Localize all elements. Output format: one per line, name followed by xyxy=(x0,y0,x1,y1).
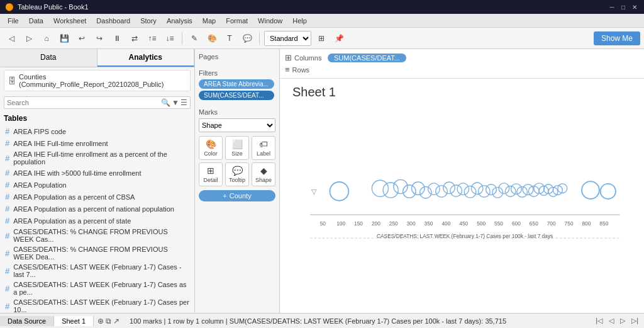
tooltip-btn[interactable]: 💬 xyxy=(240,31,255,46)
svg-point-12 xyxy=(450,185,462,197)
status-field: SUM(CASES/DEATHS: LAST WEEK (February 1-… xyxy=(230,317,506,325)
svg-text:600: 600 xyxy=(512,220,521,227)
menu-story[interactable]: Story xyxy=(135,16,162,26)
duplicate-sheet-icon[interactable]: ⧉ xyxy=(106,317,111,325)
svg-text:250: 250 xyxy=(389,220,398,227)
nav-first-btn[interactable]: |◁ xyxy=(594,317,604,325)
list-icon[interactable]: ☰ xyxy=(180,98,187,107)
data-source-label[interactable]: 🗄 Counties (Community_Profile_Report_202… xyxy=(4,70,191,91)
forward-btn[interactable]: ▷ xyxy=(21,31,36,46)
list-item[interactable]: # AREA Population as a percent of nation… xyxy=(0,203,194,215)
left-panel: Data Analytics 🗄 Counties (Community_Pro… xyxy=(0,49,195,313)
home-btn[interactable]: ⌂ xyxy=(39,31,54,46)
nav-prev-btn[interactable]: ◁ xyxy=(607,317,616,325)
filters-section: Filters AREA State Abbrevia... SUM(CASES… xyxy=(199,69,275,102)
sheet1-tab[interactable]: Sheet 1 xyxy=(54,316,94,326)
standard-dropdown[interactable]: Standard xyxy=(264,31,311,46)
menu-help[interactable]: Help xyxy=(287,16,312,26)
list-item[interactable]: # AREA Population xyxy=(0,179,194,191)
list-item-label: CASES/DEATHS: % CHANGE FROM PREVIOUS WEE… xyxy=(13,228,189,243)
svg-point-13 xyxy=(457,183,469,195)
marks-label-btn[interactable]: 🏷 Label xyxy=(252,136,275,160)
list-item[interactable]: # AREA IHE Full-time enrollment xyxy=(0,137,194,149)
svg-point-20 xyxy=(505,186,516,197)
data-source-name: Counties (Community_Profile_Report_20210… xyxy=(19,73,186,88)
data-source-tab[interactable]: Data Source xyxy=(0,316,54,326)
search-icon[interactable]: 🔍 xyxy=(161,98,170,107)
hash-icon: # xyxy=(5,139,9,148)
undo-btn[interactable]: ↩ xyxy=(74,31,89,46)
list-item-label: AREA IHE with >5000 full-time enrollment xyxy=(13,169,141,177)
county-button[interactable]: + County xyxy=(199,190,275,201)
nav-next-btn[interactable]: ▷ xyxy=(618,317,627,325)
marks-color-btn[interactable]: 🎨 Color xyxy=(199,136,223,160)
fit-btn[interactable]: ⊞ xyxy=(314,31,329,46)
label-btn[interactable]: T xyxy=(222,31,237,46)
list-item[interactable]: # AREA FIPS code xyxy=(0,125,194,137)
pause-btn[interactable]: ⏸ xyxy=(109,31,125,46)
search-bar[interactable]: 🔍 ▼ ☰ xyxy=(4,96,191,109)
marks-tooltip-btn[interactable]: 💬 Tooltip xyxy=(225,162,249,186)
menu-file[interactable]: File xyxy=(3,16,24,26)
menu-format[interactable]: Format xyxy=(221,16,253,26)
viz-area: ⊞ Columns SUM(CASES/DEAT... ≡ Rows Sheet… xyxy=(280,49,644,313)
list-item[interactable]: # CASES/DEATHS: % CHANGE FROM PREVIOUS W… xyxy=(0,227,194,244)
columns-pill[interactable]: SUM(CASES/DEAT... xyxy=(328,54,406,62)
swap-btn[interactable]: ⇄ xyxy=(127,31,142,46)
marks-type-dropdown[interactable]: Shape xyxy=(199,118,275,132)
list-item[interactable]: # AREA Population as a percent of CBSA xyxy=(0,191,194,203)
menu-data[interactable]: Data xyxy=(24,16,48,26)
search-input[interactable] xyxy=(7,99,161,106)
list-item-label: CASES/DEATHS: LAST WEEK (February 1-7) C… xyxy=(13,298,189,313)
maximize-btn[interactable]: □ xyxy=(619,3,628,11)
minimize-btn[interactable]: ─ xyxy=(608,3,616,11)
pin-btn[interactable]: 📌 xyxy=(331,31,347,46)
sort-desc-btn[interactable]: ↓≡ xyxy=(162,31,177,46)
save-btn[interactable]: 💾 xyxy=(57,31,72,46)
detail-label: Detail xyxy=(203,177,218,183)
list-item[interactable]: # AREA Population as a percent of state xyxy=(0,215,194,227)
svg-text:300: 300 xyxy=(407,220,416,227)
list-item-label: CASES/DEATHS: LAST WEEK (February 1-7) C… xyxy=(13,263,189,278)
sort-asc-btn[interactable]: ↑≡ xyxy=(145,31,160,46)
color-btn[interactable]: 🎨 xyxy=(204,31,219,46)
panel-tabs: Data Analytics xyxy=(0,49,194,67)
detail-icon: ⊞ xyxy=(207,166,214,176)
columns-row: ⊞ Columns SUM(CASES/DEAT... xyxy=(285,52,639,64)
mark-btn[interactable]: ✎ xyxy=(187,31,202,46)
list-item[interactable]: # CASES/DEATHS: % CHANGE FROM PREVIOUS W… xyxy=(0,244,194,262)
marks-size-btn[interactable]: ⬜ Size xyxy=(225,136,249,160)
filter-icon[interactable]: ▼ xyxy=(172,98,179,107)
tab-data[interactable]: Data xyxy=(0,49,97,67)
hash-icon: # xyxy=(5,249,9,258)
hash-icon: # xyxy=(5,180,9,189)
list-item[interactable]: # AREA IHE Full-time enrollment as a per… xyxy=(0,149,194,167)
add-sheet-icon[interactable]: ⊕ xyxy=(97,317,104,325)
list-item[interactable]: # CASES/DEATHS: LAST WEEK (February 1-7)… xyxy=(0,262,194,280)
filter-pill-2[interactable]: SUM(CASES/DEAT... xyxy=(199,91,274,100)
county-label: County xyxy=(230,192,252,200)
svg-point-16 xyxy=(479,186,491,198)
redo-btn[interactable]: ↪ xyxy=(92,31,107,46)
list-item[interactable]: # AREA IHE with >5000 full-time enrollme… xyxy=(0,167,194,179)
svg-text:500: 500 xyxy=(477,220,486,227)
menu-window[interactable]: Window xyxy=(253,16,287,26)
show-me-button[interactable]: Show Me xyxy=(594,31,640,45)
list-item[interactable]: # CASES/DEATHS: LAST WEEK (February 1-7)… xyxy=(0,280,194,297)
svg-text:850: 850 xyxy=(599,220,608,227)
list-item[interactable]: # CASES/DEATHS: LAST WEEK (February 1-7)… xyxy=(0,297,194,313)
back-btn[interactable]: ◁ xyxy=(4,31,19,46)
nav-last-btn[interactable]: ▷| xyxy=(630,317,640,325)
tab-analytics[interactable]: Analytics xyxy=(97,49,195,67)
close-btn[interactable]: ✕ xyxy=(630,3,639,11)
menu-map[interactable]: Map xyxy=(197,16,221,26)
menu-analysis[interactable]: Analysis xyxy=(162,16,197,26)
svg-text:450: 450 xyxy=(459,220,468,227)
filter-pill-1[interactable]: AREA State Abbrevia... xyxy=(199,79,274,89)
marks-detail-btn[interactable]: ⊞ Detail xyxy=(199,162,223,186)
export-sheet-icon[interactable]: ↗ xyxy=(113,317,119,325)
marks-shape-btn[interactable]: ◆ Shape xyxy=(252,162,275,186)
hash-icon: # xyxy=(5,284,9,293)
menu-dashboard[interactable]: Dashboard xyxy=(91,16,135,26)
menu-worksheet[interactable]: Worksheet xyxy=(48,16,91,26)
